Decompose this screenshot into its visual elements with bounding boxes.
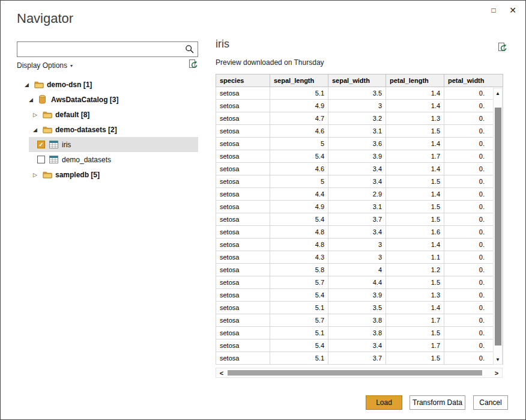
table-icon xyxy=(49,141,62,148)
preview-table-container: speciessepal_lengthsepal_widthpetal_leng… xyxy=(216,74,503,365)
folder-icon xyxy=(43,126,55,133)
table-row: setosa5.841.20. xyxy=(216,264,503,276)
horizontal-scrollbar-thumb[interactable] xyxy=(228,370,482,376)
tree-item-label: sampledb [5] xyxy=(55,171,100,179)
tree-item-default-8[interactable]: ▷default [8] xyxy=(1,107,208,122)
table-row: setosa5.74.41.50. xyxy=(216,276,503,289)
table-row: setosa4.42.91.40. xyxy=(216,188,503,201)
close-button[interactable]: ✕ xyxy=(504,2,522,18)
column-header: species xyxy=(216,75,270,87)
table-row: setosa5.13.71.50. xyxy=(216,352,503,365)
maximize-icon: □ xyxy=(491,6,495,14)
navigator-dialog: □ ✕ Navigator Display Options ▾ ◢demo-ds… xyxy=(0,0,526,420)
collapse-icon[interactable]: ◢ xyxy=(33,127,43,133)
folder-icon xyxy=(34,81,47,88)
table-row: setosa5.73.81.70. xyxy=(216,314,503,327)
preview-refresh-icon[interactable] xyxy=(497,42,508,53)
horizontal-scrollbar[interactable]: < > xyxy=(216,368,503,378)
display-options-dropdown[interactable]: Display Options ▾ xyxy=(17,61,73,70)
expand-icon[interactable]: ▷ xyxy=(33,112,43,118)
tree-item-label: demo_datasets xyxy=(62,156,111,164)
table-row: setosa4.93.11.50. xyxy=(216,201,503,213)
chevron-down-icon: ▾ xyxy=(70,63,73,68)
tree-item-label: default [8] xyxy=(55,111,89,119)
maximize-button[interactable]: □ xyxy=(485,2,503,18)
search-box xyxy=(17,41,198,57)
cancel-button[interactable]: Cancel xyxy=(473,395,508,410)
display-options-label: Display Options xyxy=(17,61,67,70)
table-row: setosa4.831.40. xyxy=(216,239,503,251)
refresh-icon[interactable] xyxy=(187,59,199,70)
column-header: sepal_width xyxy=(328,75,386,87)
collapse-icon[interactable]: ◢ xyxy=(25,82,34,88)
collapse-icon[interactable]: ◢ xyxy=(29,97,38,103)
table-row: setosa4.63.11.50. xyxy=(216,125,503,138)
column-header: petal_length xyxy=(386,75,444,87)
tree-item-label: iris xyxy=(62,141,71,149)
table-row: setosa5.43.41.70. xyxy=(216,339,503,352)
tree-item-demo-dsn-1[interactable]: ◢demo-dsn [1] xyxy=(1,77,208,92)
expand-icon[interactable]: ▷ xyxy=(33,172,43,178)
scroll-up-icon[interactable]: ▲ xyxy=(494,89,502,97)
database-icon xyxy=(38,95,51,104)
vertical-scrollbar-thumb[interactable] xyxy=(495,108,501,345)
table-row: setosa4.63.41.40. xyxy=(216,163,503,175)
table-row: setosa4.931.40. xyxy=(216,100,503,112)
table-row: setosa4.83.41.60. xyxy=(216,226,503,239)
table-row: setosa5.13.51.40. xyxy=(216,87,503,100)
scroll-down-icon[interactable]: ▼ xyxy=(494,355,502,364)
transform-data-button[interactable]: Transform Data xyxy=(410,395,465,410)
tree-item-awsdatacatalog-3[interactable]: ◢AwsDataCatalog [3] xyxy=(1,92,208,107)
table-icon xyxy=(49,156,62,163)
tree-item-label: AwsDataCatalog [3] xyxy=(51,96,118,104)
load-button[interactable]: Load xyxy=(366,395,402,410)
tree: ◢demo-dsn [1]◢AwsDataCatalog [3]▷default… xyxy=(1,77,208,182)
table-row: setosa5.13.51.40. xyxy=(216,302,503,314)
checkbox-iris[interactable]: ✓ xyxy=(37,141,45,148)
column-header: petal_width xyxy=(444,75,503,87)
table-row: setosa5.43.91.30. xyxy=(216,289,503,302)
vertical-scrollbar[interactable]: ▲ ▼ xyxy=(493,88,503,365)
table-row: setosa53.41.50. xyxy=(216,175,503,188)
table-row: setosa5.43.91.70. xyxy=(216,150,503,163)
folder-icon xyxy=(43,111,55,118)
table-row: setosa5.13.81.50. xyxy=(216,327,503,339)
close-icon: ✕ xyxy=(509,5,516,15)
preview-table: speciessepal_lengthsepal_widthpetal_leng… xyxy=(216,74,503,365)
table-row: setosa53.61.40. xyxy=(216,138,503,150)
preview-title: iris xyxy=(216,38,229,50)
dialog-title: Navigator xyxy=(17,11,73,26)
column-header: sepal_length xyxy=(270,75,328,87)
tree-item-label: demo-datasets [2] xyxy=(55,126,117,134)
folder-icon xyxy=(43,171,55,178)
tree-item-demo-datasets[interactable]: demo_datasets xyxy=(1,152,208,167)
table-row: setosa4.73.21.30. xyxy=(216,112,503,125)
tree-item-label: demo-dsn [1] xyxy=(47,81,92,89)
preview-subtitle: Preview downloaded on Thursday xyxy=(216,58,324,67)
table-row: setosa4.331.10. xyxy=(216,251,503,264)
scroll-right-icon[interactable]: > xyxy=(492,368,501,377)
tree-item-sampledb-5[interactable]: ▷sampledb [5] xyxy=(1,167,208,182)
checkbox-demo-datasets[interactable] xyxy=(37,156,45,163)
tree-item-demo-datasets-2[interactable]: ◢demo-datasets [2] xyxy=(1,122,208,137)
table-row: setosa5.43.71.50. xyxy=(216,213,503,226)
search-input[interactable] xyxy=(17,42,198,56)
tree-item-iris[interactable]: ✓iris xyxy=(1,137,208,152)
search-icon[interactable] xyxy=(185,44,195,54)
scroll-left-icon[interactable]: < xyxy=(217,368,226,377)
